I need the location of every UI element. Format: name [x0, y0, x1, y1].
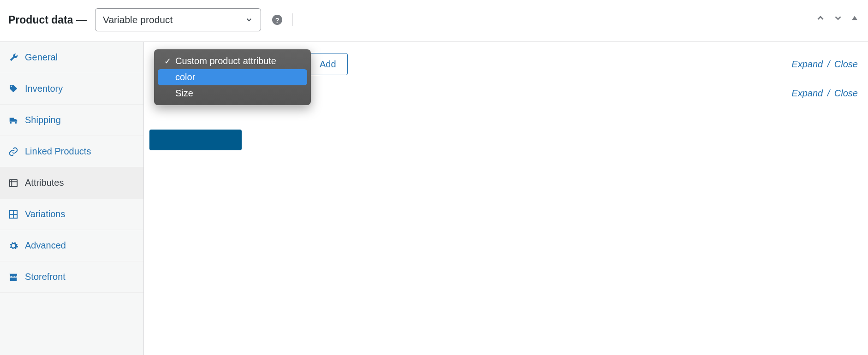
attributes-toolbar: Add ✓ Custom product attribute color [154, 53, 858, 75]
sidebar-item-attributes[interactable]: Attributes [0, 167, 143, 199]
expand-close-links-2: Expand / Close [791, 88, 858, 99]
sidebar-item-shipping[interactable]: Shipping [0, 105, 143, 136]
wrench-icon [8, 53, 18, 63]
close-link[interactable]: Close [834, 88, 858, 98]
separator: / [827, 88, 830, 98]
chevron-up-icon[interactable] [815, 13, 826, 23]
sidebar-item-label: Advanced [25, 240, 66, 251]
dropdown-option-custom[interactable]: ✓ Custom product attribute [158, 53, 307, 69]
toolbar-left: Add ✓ Custom product attribute color [154, 53, 348, 75]
sidebar-item-general[interactable]: General [0, 42, 143, 73]
sidebar-item-label: Attributes [25, 178, 64, 188]
expand-link[interactable]: Expand [791, 59, 823, 69]
save-attributes-button[interactable] [149, 130, 242, 150]
dropdown-option-label: Custom product attribute [175, 56, 276, 66]
tag-icon [8, 84, 18, 94]
dropdown-option-label: color [175, 72, 195, 83]
product-type-value: Variable product [103, 14, 172, 25]
dropdown-option-size[interactable]: Size [158, 85, 307, 101]
link-icon [8, 147, 18, 157]
svg-marker-0 [852, 16, 857, 20]
svg-rect-1 [10, 179, 18, 186]
dropdown-option-label: Size [175, 88, 193, 99]
add-button[interactable]: Add [308, 53, 348, 75]
grid-icon [8, 209, 18, 219]
chevron-down-icon[interactable] [833, 13, 843, 23]
store-icon [8, 272, 18, 282]
separator: / [827, 59, 830, 69]
panel-title: Product data — [8, 14, 87, 26]
truck-icon [8, 115, 18, 125]
panel-body: General Inventory Shipping Linked Produc… [0, 42, 868, 355]
sidebar-item-linked[interactable]: Linked Products [0, 136, 143, 167]
sidebar-item-label: Linked Products [25, 146, 91, 157]
triangle-up-icon[interactable] [850, 14, 859, 22]
expand-close-links: Expand / Close [791, 59, 858, 70]
sidebar-item-label: Variations [25, 209, 65, 219]
attributes-panel: Add ✓ Custom product attribute color [144, 42, 868, 355]
sidebar-item-storefront[interactable]: Storefront [0, 261, 143, 293]
sidebar-item-label: General [25, 52, 58, 63]
product-data-panel: Product data — Variable product ? Genera… [0, 0, 868, 355]
list-icon [8, 178, 18, 188]
sidebar-item-advanced[interactable]: Advanced [0, 230, 143, 261]
sidebar-item-inventory[interactable]: Inventory [0, 73, 143, 105]
help-icon[interactable]: ? [272, 15, 282, 25]
check-icon: ✓ [163, 56, 172, 66]
gear-icon [8, 241, 18, 251]
sidebar-item-variations[interactable]: Variations [0, 199, 143, 230]
sidebar-item-label: Storefront [25, 272, 65, 282]
close-link[interactable]: Close [834, 59, 858, 69]
sidebar: General Inventory Shipping Linked Produc… [0, 42, 144, 355]
sidebar-item-label: Shipping [25, 115, 61, 125]
expand-link[interactable]: Expand [791, 88, 823, 98]
attribute-dropdown: ✓ Custom product attribute color Size [154, 49, 311, 105]
dropdown-option-color[interactable]: color [158, 69, 307, 85]
panel-toggle-controls [815, 13, 859, 23]
divider [292, 13, 293, 26]
sidebar-item-label: Inventory [25, 83, 63, 94]
chevron-down-icon [245, 16, 253, 24]
panel-header: Product data — Variable product ? [0, 0, 868, 42]
product-type-select[interactable]: Variable product [95, 8, 261, 31]
